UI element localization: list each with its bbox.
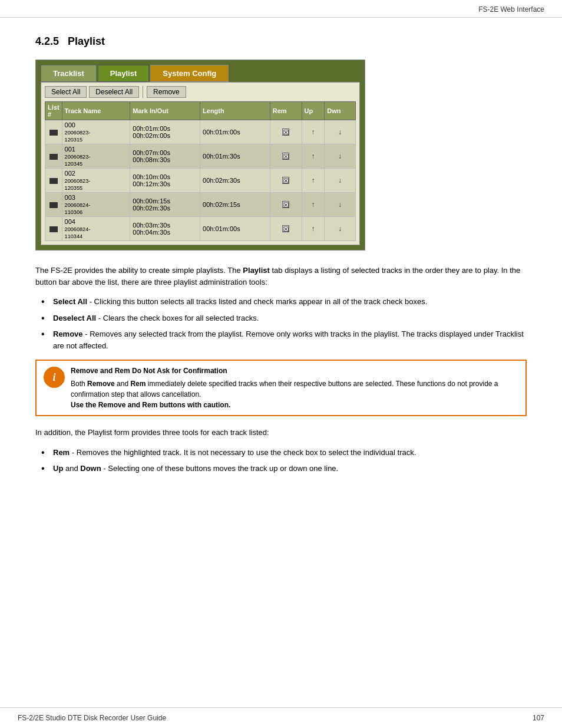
row-checkbox-3[interactable] — [45, 193, 62, 217]
bullet-list-2: Rem - Removes the highlighted track. It … — [47, 447, 527, 475]
down-button-3[interactable]: ↓ — [338, 200, 342, 209]
row-num-3: 00320060824-110306 — [62, 193, 130, 217]
row-dn-1[interactable]: ↓ — [325, 144, 356, 169]
table-row: 00020060823-120315 00h:01m:00s00h:02m:00… — [45, 120, 356, 144]
table-row: 00120060823-120345 00h:07m:00s00h:08m:30… — [45, 144, 356, 169]
rem-label: Rem — [53, 448, 70, 457]
note-icon: i — [44, 367, 65, 388]
row-length-3: 00h:02m:15s — [200, 193, 270, 217]
rem-checkbox-1[interactable] — [282, 153, 289, 160]
col-header-list: List# — [45, 102, 62, 120]
and-text: and — [65, 464, 80, 473]
down-button-2[interactable]: ↓ — [338, 176, 342, 185]
row-checkbox-4[interactable] — [45, 217, 62, 241]
rem-checkbox-0[interactable] — [282, 129, 289, 136]
up-button-2[interactable]: ↑ — [311, 176, 315, 185]
playlist-bold: Playlist — [243, 266, 270, 275]
up-button-3[interactable]: ↑ — [311, 200, 315, 209]
select-all-button[interactable]: Select All — [45, 86, 87, 98]
list-item: Up and Down - Selecting one of these but… — [47, 463, 527, 475]
list-item: Deselect All - Clears the check boxes fo… — [47, 312, 527, 324]
track-thumb — [49, 226, 58, 232]
col-header-length: Length — [200, 102, 270, 120]
row-checkbox-0[interactable] — [45, 120, 62, 144]
row-dn-0[interactable]: ↓ — [325, 120, 356, 144]
deselect-all-label: Deselect All — [53, 314, 96, 322]
ui-screenshot: Tracklist Playlist System Config Select … — [35, 60, 365, 251]
select-all-desc: - Clicking this button selects all track… — [90, 297, 428, 306]
row-up-1[interactable]: ↑ — [302, 144, 325, 169]
intro-paragraph: The FS-2E provides the ability to create… — [35, 265, 527, 288]
col-header-track: Track Name — [62, 102, 130, 120]
row-length-2: 00h:02m:30s — [200, 169, 270, 193]
row-up-0[interactable]: ↑ — [302, 120, 325, 144]
row-up-3[interactable]: ↑ — [302, 193, 325, 217]
row-rem-0[interactable] — [270, 120, 302, 144]
table-row: 00320060824-110306 00h:00m:15s00h:02m:30… — [45, 193, 356, 217]
page-header: FS-2E Web Interface — [0, 0, 562, 18]
track-thumb — [49, 154, 58, 160]
tab-playlist[interactable]: Playlist — [98, 65, 150, 82]
section-title: Playlist — [68, 35, 105, 47]
section-heading: 4.2.5 Playlist — [35, 35, 527, 48]
select-all-label: Select All — [53, 297, 87, 306]
note-text: Remove and Rem Do Not Ask for Confirmati… — [71, 365, 518, 410]
row-rem-1[interactable] — [270, 144, 302, 169]
table-row: 00420060824-110344 00h:03m:30s00h:04m:30… — [45, 217, 356, 241]
row-length-4: 00h:01m:00s — [200, 217, 270, 241]
row-dn-2[interactable]: ↓ — [325, 169, 356, 193]
down-button-1[interactable]: ↓ — [338, 152, 342, 160]
rem-desc: - Removes the highlighted track. It is n… — [72, 448, 416, 457]
row-num-4: 00420060824-110344 — [62, 217, 130, 241]
row-num-1: 00120060823-120345 — [62, 144, 130, 169]
note-line-1: Both Remove and Rem immediately delete s… — [71, 378, 518, 410]
row-mark-0: 00h:01m:00s00h:02m:00s — [130, 120, 200, 144]
deselect-all-button[interactable]: Deselect All — [89, 86, 139, 98]
tab-sysconfig[interactable]: System Config — [150, 65, 229, 82]
up-button-1[interactable]: ↑ — [311, 152, 315, 160]
remove-desc: - Removes any selected track from the pl… — [53, 330, 524, 350]
up-down-desc: - Selecting one of these buttons moves t… — [103, 464, 338, 473]
down-label: Down — [80, 464, 101, 473]
track-thumb — [49, 202, 58, 208]
remove-button[interactable]: Remove — [147, 86, 186, 98]
row-dn-3[interactable]: ↓ — [325, 193, 356, 217]
tab-tracklist[interactable]: Tracklist — [41, 65, 97, 82]
footer-title: FS-2/2E Studio DTE Disk Recorder User Gu… — [18, 714, 166, 722]
down-button-4[interactable]: ↓ — [338, 225, 342, 233]
note-caution: Use the Remove and Rem buttons with caut… — [71, 401, 230, 409]
row-checkbox-1[interactable] — [45, 144, 62, 169]
tabs-row: Tracklist Playlist System Config — [41, 65, 360, 82]
col-header-mark: Mark In/Out — [130, 102, 200, 120]
row-rem-4[interactable] — [270, 217, 302, 241]
col-header-dwn: Dwn — [325, 102, 356, 120]
up-button-0[interactable]: ↑ — [311, 128, 315, 136]
list-item: Remove - Removes any selected track from… — [47, 328, 527, 351]
row-up-2[interactable]: ↑ — [302, 169, 325, 193]
row-rem-3[interactable] — [270, 193, 302, 217]
row-length-1: 00h:01m:30s — [200, 144, 270, 169]
up-label: Up — [53, 464, 63, 473]
note-box: i Remove and Rem Do Not Ask for Confirma… — [35, 360, 527, 416]
row-rem-2[interactable] — [270, 169, 302, 193]
table-container: Select All Deselect All Remove List# Tra… — [41, 82, 360, 245]
down-button-0[interactable]: ↓ — [338, 128, 342, 136]
list-item: Rem - Removes the highlighted track. It … — [47, 447, 527, 459]
row-checkbox-2[interactable] — [45, 169, 62, 193]
row-mark-2: 00h:10m:00s00h:12m:30s — [130, 169, 200, 193]
footer-page: 107 — [533, 714, 544, 722]
row-up-4[interactable]: ↑ — [302, 217, 325, 241]
row-num-0: 00020060823-120315 — [62, 120, 130, 144]
row-dn-4[interactable]: ↓ — [325, 217, 356, 241]
page-footer: FS-2/2E Studio DTE Disk Recorder User Gu… — [0, 707, 562, 728]
table-row: 00220060823-120355 00h:10m:00s00h:12m:30… — [45, 169, 356, 193]
up-button-4[interactable]: ↑ — [311, 225, 315, 233]
deselect-all-desc: - Clears the check boxes for all selecte… — [98, 314, 259, 322]
track-thumb — [49, 130, 58, 136]
row-length-0: 00h:01m:00s — [200, 120, 270, 144]
rem-checkbox-4[interactable] — [282, 225, 289, 232]
rem-checkbox-3[interactable] — [282, 201, 289, 208]
rem-checkbox-2[interactable] — [282, 177, 289, 184]
list-item: Select All - Clicking this button select… — [47, 296, 527, 308]
row-num-2: 00220060823-120355 — [62, 169, 130, 193]
